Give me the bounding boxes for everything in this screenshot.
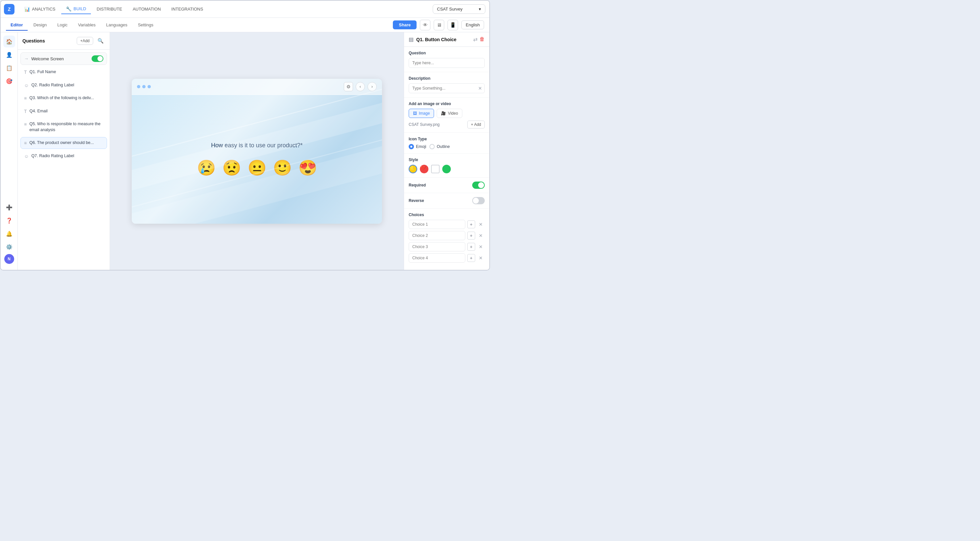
desktop-icon-btn[interactable]: 🖥 bbox=[434, 20, 444, 30]
welcome-screen-item[interactable]: → Welcome Screen bbox=[21, 53, 107, 65]
add-question-button[interactable]: +Add bbox=[77, 37, 93, 45]
style-square[interactable] bbox=[431, 165, 440, 173]
icon-emoji-option[interactable]: Emoji bbox=[409, 144, 426, 149]
choice-add-3[interactable]: + bbox=[467, 243, 475, 251]
q2-label: Q2. Radio Rating Label bbox=[31, 82, 74, 88]
question-item-q1[interactable]: T Q1. Full Name bbox=[21, 66, 107, 78]
panel-delete-icon[interactable]: 🗑 bbox=[479, 36, 485, 43]
add-file-button[interactable]: + Add bbox=[467, 121, 485, 129]
question-item-q3[interactable]: ≡ Q3. Which of the following is deliv... bbox=[21, 92, 107, 104]
question-item-q4[interactable]: T Q4. Email bbox=[21, 105, 107, 117]
question-item-q7[interactable]: ☺ Q7. Radio Rating Label bbox=[21, 150, 107, 162]
sidebar-icon-add[interactable]: ➕ bbox=[3, 201, 15, 213]
share-button[interactable]: Share bbox=[393, 21, 417, 29]
sidebar-icon-home[interactable]: 🏠 bbox=[3, 35, 15, 48]
question-item-q5[interactable]: ≡ Q5. Who is responsible to measure the … bbox=[21, 118, 107, 136]
emoji-label: Emoji bbox=[416, 144, 426, 149]
description-clear-icon[interactable]: ✕ bbox=[478, 86, 482, 91]
style-star[interactable]: ⭐ bbox=[409, 165, 417, 173]
description-input[interactable] bbox=[409, 83, 485, 93]
required-toggle[interactable] bbox=[472, 182, 485, 189]
question-input[interactable] bbox=[409, 58, 485, 68]
choice-input-1[interactable] bbox=[409, 220, 465, 229]
sidebar-icon-users[interactable]: 👤 bbox=[3, 49, 15, 61]
style-circle[interactable] bbox=[442, 165, 451, 173]
icon-type-row: Emoji Outline bbox=[409, 144, 485, 149]
survey-dropdown[interactable]: CSAT Survey ▾ bbox=[433, 4, 485, 14]
tab-editor[interactable]: Editor bbox=[6, 20, 28, 30]
choice-remove-2[interactable]: ✕ bbox=[477, 231, 485, 239]
choice-add-2[interactable]: + bbox=[467, 231, 475, 239]
welcome-toggle[interactable] bbox=[92, 55, 103, 62]
dot-1 bbox=[137, 85, 140, 88]
search-icon[interactable]: 🔍 bbox=[96, 36, 105, 45]
choice-input-3[interactable] bbox=[409, 242, 465, 251]
emoji-3[interactable]: 😐 bbox=[248, 159, 266, 177]
sidebar-icon-target[interactable]: 🎯 bbox=[3, 75, 15, 87]
icon-type-section: Icon Type Emoji Outline bbox=[404, 133, 489, 153]
question-item-q6[interactable]: ≡ Q6. The product owner should be... bbox=[21, 137, 107, 149]
user-avatar[interactable]: N bbox=[4, 254, 14, 264]
mobile-icon-btn[interactable]: 📱 bbox=[447, 20, 458, 30]
q6-label: Q6. The product owner should be... bbox=[29, 140, 94, 146]
nav-build[interactable]: 🔧 BUILD bbox=[61, 4, 91, 14]
file-row: CSAT Survey.png + Add bbox=[409, 121, 485, 129]
tab-settings[interactable]: Settings bbox=[134, 20, 158, 30]
q7-type-icon: ☺ bbox=[24, 153, 29, 159]
video-button[interactable]: 🎥 Video bbox=[437, 109, 462, 118]
add-label: +Add bbox=[80, 38, 89, 43]
tab-languages[interactable]: Languages bbox=[102, 20, 132, 30]
welcome-left: → Welcome Screen bbox=[24, 56, 64, 61]
question-item-q2[interactable]: ☺ Q2. Radio Rating Label bbox=[21, 80, 107, 91]
nav-distribute-label: DISTRIBUTE bbox=[97, 6, 122, 11]
q7-label: Q7. Radio Rating Label bbox=[31, 153, 74, 159]
nav-integrations[interactable]: INTEGRATIONS bbox=[167, 5, 208, 13]
preview-settings-icon[interactable]: ⚙ bbox=[344, 82, 353, 91]
choice-remove-4[interactable]: ✕ bbox=[477, 254, 485, 262]
nav-distribute[interactable]: DISTRIBUTE bbox=[92, 5, 127, 13]
nav-automation[interactable]: AUTOMATION bbox=[128, 5, 165, 13]
choice-add-4[interactable]: + bbox=[467, 254, 475, 262]
language-btn[interactable]: English bbox=[461, 21, 484, 29]
preview-next-btn[interactable]: › bbox=[368, 82, 377, 91]
q2-type-icon: ☺ bbox=[24, 83, 29, 88]
nav-analytics-label: ANALYTICS bbox=[32, 6, 55, 11]
choice-input-2[interactable] bbox=[409, 231, 465, 240]
choice-remove-3[interactable]: ✕ bbox=[477, 243, 485, 251]
survey-name: CSAT Survey bbox=[437, 6, 463, 11]
tab-logic[interactable]: Logic bbox=[52, 20, 72, 30]
preview-icon-btn[interactable]: 👁 bbox=[420, 20, 430, 30]
preview-prev-btn[interactable]: ‹ bbox=[356, 82, 365, 91]
panel-refresh-icon[interactable]: ⇄ bbox=[473, 36, 477, 43]
nav-integrations-label: INTEGRATIONS bbox=[171, 6, 203, 11]
choice-input-4[interactable] bbox=[409, 253, 465, 263]
choice-add-1[interactable]: + bbox=[467, 220, 475, 228]
style-row: ⭐ ❤️ bbox=[409, 165, 485, 173]
style-heart[interactable]: ❤️ bbox=[420, 165, 428, 173]
tab-variables[interactable]: Variables bbox=[73, 20, 100, 30]
right-panel: ▤ Q1. Button Choice ⇄ 🗑 Question Descrip… bbox=[404, 32, 489, 270]
emoji-1[interactable]: 😢 bbox=[197, 159, 216, 177]
tab-design[interactable]: Design bbox=[29, 20, 51, 30]
icon-outline-option[interactable]: Outline bbox=[430, 144, 450, 149]
choice-item-2: + ✕ bbox=[409, 231, 485, 240]
image-button[interactable]: 🖼 Image bbox=[409, 109, 434, 118]
preview-dots bbox=[137, 85, 151, 88]
preview-content: How easy is it to use our product?* 😢 😟 … bbox=[132, 95, 382, 224]
reverse-toggle[interactable] bbox=[472, 197, 485, 204]
emoji-5[interactable]: 😍 bbox=[298, 159, 317, 177]
required-label: Required bbox=[409, 183, 426, 187]
sidebar-icon-bell[interactable]: 🔔 bbox=[3, 228, 15, 239]
reverse-section: Reverse bbox=[404, 193, 489, 209]
choices-section: Choices + ✕ + ✕ + ✕ + bbox=[404, 209, 489, 268]
emoji-4[interactable]: 🙂 bbox=[273, 159, 292, 177]
emoji-2[interactable]: 😟 bbox=[222, 159, 241, 177]
sidebar-icon-help[interactable]: ❓ bbox=[3, 214, 15, 227]
reverse-row: Reverse bbox=[409, 197, 485, 204]
sidebar-icon-gear[interactable]: ⚙️ bbox=[3, 241, 15, 253]
sidebar-icon-clipboard[interactable]: 📋 bbox=[3, 62, 15, 74]
choice-remove-1[interactable]: ✕ bbox=[477, 220, 485, 228]
media-label: Add an image or video bbox=[409, 102, 485, 106]
media-section: Add an image or video 🖼 Image 🎥 Video CS… bbox=[404, 97, 489, 133]
nav-analytics[interactable]: 📊 ANALYTICS bbox=[20, 5, 60, 14]
